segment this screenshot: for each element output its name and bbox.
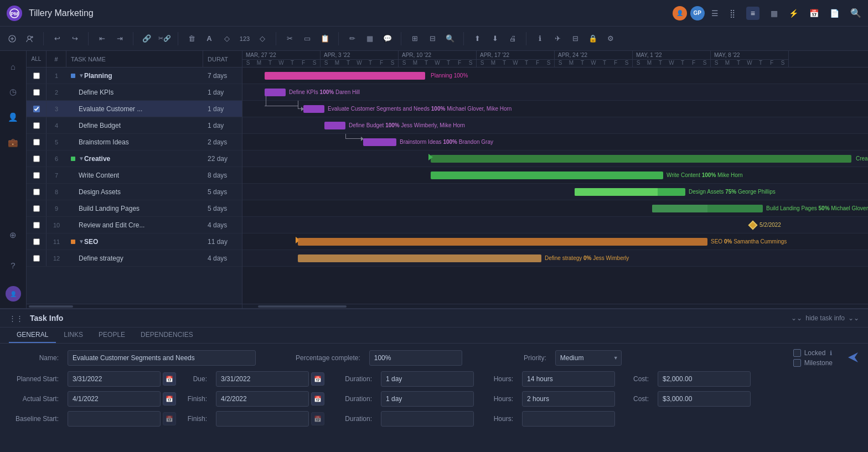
gantt-bar-8[interactable] bbox=[575, 188, 685, 196]
table-row[interactable]: 6 ▼ Creative 22 day bbox=[27, 150, 242, 167]
table-row[interactable]: 8 Design Assets 5 days bbox=[27, 184, 242, 200]
row-checkbox-5[interactable] bbox=[27, 134, 46, 150]
row-expand-6[interactable]: ▼ bbox=[79, 155, 84, 162]
row-checkbox-11[interactable] bbox=[27, 233, 46, 250]
hours-planned-input[interactable] bbox=[522, 371, 615, 387]
baseline-finish-input[interactable] bbox=[216, 411, 309, 427]
tab-links[interactable]: LINKS bbox=[56, 328, 91, 343]
row-checkbox-2[interactable] bbox=[27, 84, 46, 100]
row-checkbox-9[interactable] bbox=[27, 200, 46, 216]
search-icon[interactable]: 🔍 bbox=[850, 8, 861, 18]
tab-people[interactable]: PEOPLE bbox=[91, 328, 133, 343]
gantt-scrollbar[interactable] bbox=[242, 304, 868, 308]
gantt-bar-9[interactable] bbox=[652, 205, 763, 212]
table-row[interactable]: 12 Define strategy 4 days bbox=[27, 250, 242, 267]
finish-input[interactable] bbox=[216, 391, 309, 407]
sidebar-clock[interactable]: ◷ bbox=[4, 83, 22, 101]
gantt-bar-3[interactable] bbox=[303, 105, 324, 113]
planned-start-input[interactable] bbox=[68, 371, 161, 387]
due-cal[interactable]: 📅 bbox=[311, 372, 324, 386]
gantt-chart[interactable]: MAR, 27 '22 S M T W T F S APR, 3 '22 bbox=[242, 51, 868, 308]
cost-actual-input[interactable] bbox=[658, 391, 751, 407]
baseline-finish-cal[interactable]: 📅 bbox=[311, 412, 324, 425]
due-input[interactable] bbox=[216, 371, 309, 387]
gantt-bar-12[interactable] bbox=[298, 254, 541, 262]
tab-general[interactable]: GENERAL bbox=[9, 328, 56, 343]
sidebar-people[interactable]: 👤 bbox=[4, 108, 22, 126]
finish-cal[interactable]: 📅 bbox=[311, 392, 324, 406]
table-row[interactable]: 9 Build Landing Pages 5 days bbox=[27, 200, 242, 217]
table-scrollbar[interactable] bbox=[27, 304, 242, 308]
actual-start-cal[interactable]: 📅 bbox=[163, 392, 176, 406]
undo-btn[interactable]: ↩ bbox=[49, 31, 65, 46]
sidebar-avatar[interactable]: 👤 bbox=[6, 286, 21, 302]
sidebar-add[interactable]: ⊕ bbox=[4, 226, 22, 244]
duration-planned-input[interactable] bbox=[381, 371, 474, 387]
gantt-bar-4[interactable] bbox=[324, 122, 345, 129]
send-action-btn[interactable] bbox=[847, 351, 859, 365]
table-icon[interactable]: ≡ bbox=[746, 7, 760, 20]
row-checkbox-10[interactable] bbox=[27, 217, 46, 233]
sidebar-help[interactable]: ? bbox=[4, 256, 22, 274]
row-checkbox-8[interactable] bbox=[27, 184, 46, 200]
export-up-btn[interactable]: ⬆ bbox=[469, 31, 485, 46]
indent-btn[interactable]: ⇥ bbox=[112, 31, 127, 46]
dashboard-icon[interactable]: ▦ bbox=[771, 9, 778, 18]
filter-btn[interactable]: ⊟ bbox=[567, 31, 583, 46]
sidebar-home[interactable]: ⌂ bbox=[4, 58, 22, 75]
settings-btn[interactable]: ⚙ bbox=[603, 31, 618, 46]
redo-btn[interactable]: ↪ bbox=[67, 31, 82, 46]
gantt-bar-11[interactable] bbox=[298, 238, 707, 246]
priority-select[interactable]: Low Medium High Critical bbox=[555, 350, 622, 366]
milestone-checkbox[interactable] bbox=[793, 359, 801, 367]
expand-btn[interactable]: ⊟ bbox=[425, 31, 440, 46]
row-checkbox-3[interactable] bbox=[27, 101, 46, 117]
diamond-btn[interactable]: ◇ bbox=[255, 31, 270, 46]
shape-btn[interactable]: ◇ bbox=[219, 31, 235, 46]
lock-btn[interactable]: 🔒 bbox=[585, 31, 601, 46]
doc-icon[interactable]: 📄 bbox=[830, 9, 839, 18]
gantt-bar-7[interactable] bbox=[431, 172, 663, 179]
actual-start-input[interactable] bbox=[68, 391, 161, 407]
planned-start-cal[interactable]: 📅 bbox=[163, 372, 176, 386]
name-input[interactable] bbox=[68, 350, 256, 366]
table-row[interactable]: 1 ▼ Planning 7 days bbox=[27, 67, 242, 84]
delete-btn[interactable]: 🗑 bbox=[184, 31, 199, 46]
cost-planned-input[interactable] bbox=[658, 371, 751, 387]
gantt-bar-1[interactable] bbox=[265, 72, 425, 80]
text-btn[interactable]: A bbox=[202, 31, 217, 46]
table-row[interactable]: 2 Define KPIs 1 day bbox=[27, 84, 242, 101]
baseline-start-cal[interactable]: 📅 bbox=[163, 412, 176, 425]
duration-baseline-input[interactable] bbox=[381, 411, 474, 427]
print-btn[interactable]: 🖨 bbox=[505, 31, 520, 46]
copy-btn[interactable]: ▭ bbox=[299, 31, 315, 46]
add-task-btn[interactable] bbox=[4, 31, 20, 46]
pen-btn[interactable]: ✏ bbox=[344, 31, 360, 46]
send-btn[interactable]: ✈ bbox=[550, 31, 565, 46]
row-checkbox-4[interactable] bbox=[27, 117, 46, 133]
table-row[interactable]: 5 Brainstorm Ideas 2 days bbox=[27, 134, 242, 150]
cut-btn[interactable]: ✂ bbox=[282, 31, 297, 46]
list-icon[interactable]: ☰ bbox=[711, 9, 719, 18]
row-checkbox-7[interactable] bbox=[27, 167, 46, 183]
milestone-diamond[interactable] bbox=[748, 221, 758, 230]
add-user-btn[interactable] bbox=[22, 31, 38, 46]
paste-btn[interactable]: 📋 bbox=[317, 31, 333, 46]
baseline-start-input[interactable] bbox=[68, 411, 161, 427]
outdent-btn[interactable]: ⇤ bbox=[94, 31, 110, 46]
row-checkbox-12[interactable] bbox=[27, 250, 46, 266]
duration-actual-input[interactable] bbox=[381, 391, 474, 407]
link-btn[interactable]: 🔗 bbox=[139, 31, 154, 46]
table-row[interactable]: 4 Define Budget 1 day bbox=[27, 117, 242, 134]
row-expand-11[interactable]: ▼ bbox=[79, 238, 84, 245]
zoom-btn[interactable]: 🔍 bbox=[442, 31, 458, 46]
row-checkbox-6[interactable] bbox=[27, 150, 46, 167]
table-row[interactable]: 3 Evaluate Customer ... 1 day bbox=[27, 101, 242, 117]
pct-complete-input[interactable] bbox=[369, 350, 462, 366]
sidebar-briefcase[interactable]: 💼 bbox=[4, 134, 22, 152]
table-row[interactable]: 7 Write Content 8 days bbox=[27, 167, 242, 184]
task-info-toggle[interactable]: ⌄⌄ hide task info ⌄⌄ bbox=[791, 314, 859, 322]
calendar-top-icon[interactable]: 📅 bbox=[809, 9, 819, 18]
analytics-icon[interactable]: ⚡ bbox=[789, 9, 798, 18]
gantt-bar-2[interactable] bbox=[265, 89, 286, 96]
